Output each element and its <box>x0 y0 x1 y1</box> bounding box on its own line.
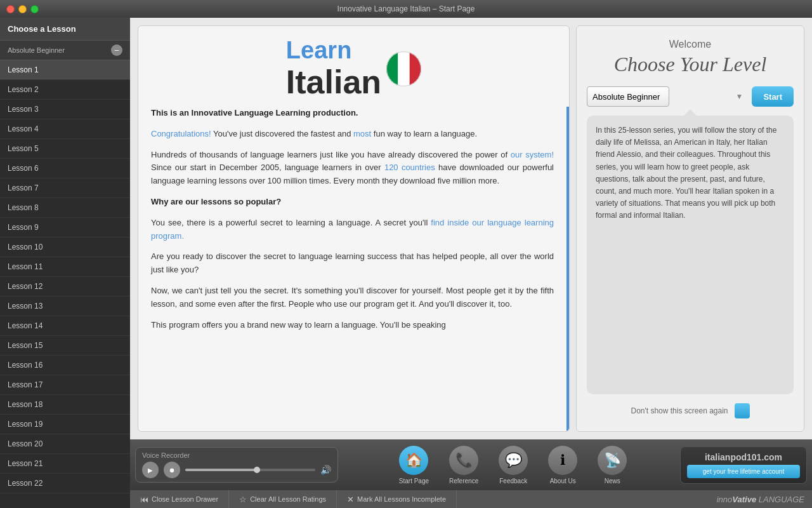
description-text: In this 25-lesson series, you will follo… <box>596 126 776 220</box>
star-icon: ☆ <box>239 495 247 504</box>
maximize-window-button[interactable] <box>30 5 39 13</box>
nav-news-label: News <box>605 478 620 485</box>
article-text: This is an Innovative Language Learning … <box>151 107 554 331</box>
bottom-bar: Voice Recorder 🔊 🏠Start Page📞Reference💬F… <box>130 439 812 490</box>
nav-feedback-label: Feedback <box>499 478 527 485</box>
window-title: Innovative Language Italian – Start Page <box>337 4 475 13</box>
logo-text: Learn Italian <box>286 37 381 100</box>
article-panel: Learn Italian <box>138 25 570 432</box>
audio-player: Voice Recorder 🔊 <box>135 447 338 483</box>
nav-about-us-button[interactable]: ℹAbout Us <box>538 443 587 487</box>
chevron-down-icon: ▼ <box>735 92 743 101</box>
lesson-item[interactable]: Lesson 13 <box>0 297 130 316</box>
promo-button[interactable]: get your free lifetime account <box>687 465 800 478</box>
lesson-item[interactable]: Lesson 10 <box>0 237 130 257</box>
sidebar-header: Choose a Lesson <box>0 18 130 41</box>
progress-bar-container[interactable] <box>185 469 315 471</box>
play-button[interactable] <box>142 462 159 478</box>
mark-incomplete-label: Mark All Lessons Incomplete <box>357 495 446 503</box>
content-area: Learn Italian <box>130 18 812 439</box>
news-icon: 📡 <box>598 446 627 475</box>
lesson-item[interactable]: Lesson 8 <box>0 198 130 218</box>
collapse-level-button[interactable] <box>111 44 122 56</box>
lesson-item[interactable]: Lesson 21 <box>0 454 130 474</box>
article-p7: This program offers you a brand new way … <box>151 319 554 332</box>
start-button[interactable]: Start <box>752 86 794 107</box>
progress-track <box>185 469 315 471</box>
learn-italian-logo: Learn Italian <box>286 37 421 100</box>
lesson-item[interactable]: Lesson 14 <box>0 316 130 336</box>
lesson-item[interactable]: Lesson 1 <box>0 60 130 80</box>
minimize-window-button[interactable] <box>18 5 27 13</box>
lesson-item[interactable]: Lesson 19 <box>0 415 130 434</box>
lesson-item[interactable]: Lesson 16 <box>0 356 130 375</box>
progress-knob <box>254 467 260 473</box>
choose-level-title: Choose Your Level <box>587 53 794 76</box>
lesson-item[interactable]: Lesson 2 <box>0 80 130 100</box>
lesson-item[interactable]: Lesson 17 <box>0 375 130 395</box>
level-select[interactable]: Absolute BeginnerBeginnerIntermediateUpp… <box>587 86 669 107</box>
sidebar-level-text: Absolute Beginner <box>8 46 65 54</box>
window-controls <box>6 5 39 13</box>
nav-start-page-button[interactable]: 🏠Start Page <box>389 443 439 487</box>
lesson-item[interactable]: Lesson 9 <box>0 218 130 237</box>
nav-news-button[interactable]: 📡News <box>587 443 637 487</box>
promo-url: italianpod101.com <box>687 452 800 462</box>
feedback-icon: 💬 <box>499 446 528 475</box>
close-window-button[interactable] <box>6 5 15 13</box>
lesson-item[interactable]: Lesson 11 <box>0 257 130 277</box>
italian-flag-icon <box>386 51 421 86</box>
brand-bold: Vative <box>732 495 756 504</box>
article-p5b: Are you ready to discover the secret to … <box>151 250 554 277</box>
article-p3: Hundreds of thousands of language learne… <box>151 149 554 188</box>
level-selector-row: Absolute BeginnerBeginnerIntermediateUpp… <box>587 86 794 107</box>
action-bar-brand: innoVative LANGUAGE <box>717 493 812 505</box>
svg-rect-3 <box>398 51 409 86</box>
mark-incomplete-button[interactable]: ✕ Mark All Lessons Incomplete <box>337 490 457 508</box>
clear-ratings-button[interactable]: ☆ Clear All Lesson Ratings <box>229 490 337 508</box>
sidebar: Choose a Lesson Absolute Beginner Lesson… <box>0 18 130 508</box>
promo-block: italianpod101.com get your free lifetime… <box>680 446 807 484</box>
lesson-item[interactable]: Lesson 20 <box>0 434 130 454</box>
brand-logo: innoVative LANGUAGE <box>717 495 804 504</box>
article-p4-bold: Why are our lessons so popular? <box>151 197 281 206</box>
lesson-item[interactable]: Lesson 12 <box>0 277 130 297</box>
lesson-item[interactable]: Lesson 3 <box>0 100 130 119</box>
progress-fill <box>185 469 257 471</box>
close-lesson-drawer-button[interactable]: ⏮ Close Lesson Drawer <box>130 490 229 508</box>
lesson-item[interactable]: Lesson 15 <box>0 336 130 356</box>
reference-icon: 📞 <box>449 446 478 475</box>
lesson-item[interactable]: Lesson 7 <box>0 178 130 198</box>
nav-about-us-label: About Us <box>550 478 576 485</box>
title-bar: Innovative Language Italian – Start Page <box>0 0 812 18</box>
nav-icons: 🏠Start Page📞Reference💬FeedbackℹAbout Us📡… <box>346 443 680 487</box>
voice-recorder-label: Voice Recorder <box>142 451 190 459</box>
lesson-item[interactable]: Lesson 6 <box>0 159 130 178</box>
article-scroll[interactable]: This is an Innovative Language Learning … <box>138 107 569 431</box>
article-p6: Now, we can't just tell you the secret. … <box>151 284 554 311</box>
action-bar: ⏮ Close Lesson Drawer ☆ Clear All Lesson… <box>130 490 812 508</box>
lesson-item[interactable]: Lesson 18 <box>0 395 130 415</box>
sidebar-level-row: Absolute Beginner <box>0 41 130 60</box>
stop-button[interactable] <box>164 462 180 478</box>
nav-reference-label: Reference <box>449 478 478 485</box>
about-us-icon: ℹ <box>548 446 577 475</box>
lesson-list: Lesson 1Lesson 2Lesson 3Lesson 4Lesson 5… <box>0 60 130 508</box>
start-page-icon: 🏠 <box>399 446 428 475</box>
nav-start-page-label: Start Page <box>399 478 429 485</box>
article-p1-bold: This is an Innovative Language Learning … <box>151 108 358 117</box>
lesson-item[interactable]: Lesson 4 <box>0 119 130 139</box>
lesson-item[interactable]: Lesson 5 <box>0 139 130 159</box>
dont-show-label: Don't show this screen again <box>631 406 728 415</box>
article-p2: Congratulations! You've just discovered … <box>151 128 554 141</box>
player-controls: 🔊 <box>142 462 331 478</box>
close-lesson-label: Close Lesson Drawer <box>152 495 218 503</box>
logo-learn: Learn <box>286 37 381 64</box>
nav-reference-button[interactable]: 📞Reference <box>439 443 488 487</box>
lesson-item[interactable]: Lesson 22 <box>0 474 130 493</box>
nav-feedback-button[interactable]: 💬Feedback <box>488 443 538 487</box>
dont-show-row: Don't show this screen again <box>587 403 794 418</box>
main-content: Learn Italian <box>130 18 812 508</box>
dont-show-checkbox[interactable] <box>735 403 750 418</box>
article-p5: You see, there is a powerful secret to l… <box>151 217 554 243</box>
